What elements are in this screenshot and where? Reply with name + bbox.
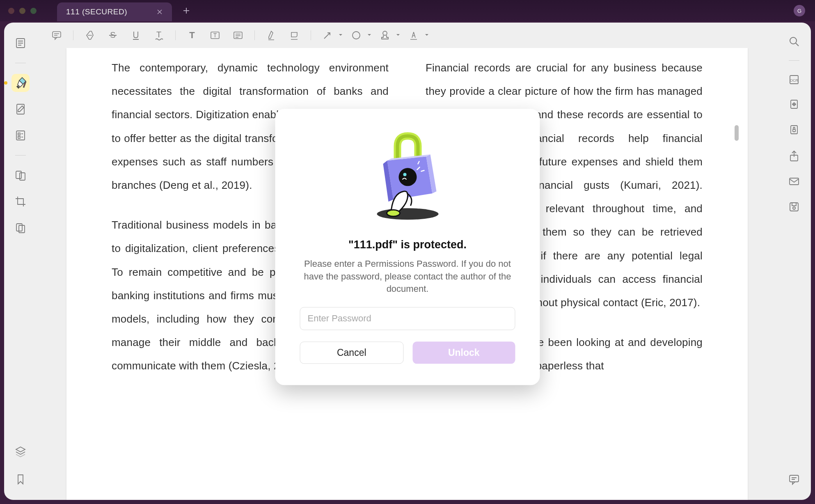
svg-rect-46 <box>793 129 795 132</box>
mail-button[interactable] <box>785 172 803 190</box>
separator <box>15 155 26 156</box>
svg-rect-16 <box>20 173 25 180</box>
align-tool[interactable] <box>228 27 248 44</box>
close-window-button[interactable] <box>8 8 14 14</box>
new-tab-button[interactable] <box>182 7 190 15</box>
marker-tool[interactable] <box>261 27 281 44</box>
svg-point-37 <box>353 32 360 39</box>
svg-rect-10 <box>16 131 25 140</box>
window-controls <box>8 8 37 14</box>
dialog-title: "111.pdf" is protected. <box>300 238 515 251</box>
annotation-toolbar: S T T T <box>37 23 777 48</box>
password-input[interactable] <box>300 307 515 330</box>
svg-rect-13 <box>18 136 20 138</box>
underline-tool[interactable] <box>126 27 146 44</box>
svg-point-61 <box>403 173 406 176</box>
svg-text:S: S <box>110 30 115 39</box>
cancel-button[interactable]: Cancel <box>300 341 404 364</box>
share-button[interactable] <box>785 147 803 165</box>
dialog-buttons: Cancel Unlock <box>300 341 515 364</box>
separator <box>73 30 73 40</box>
annotate-tool[interactable] <box>11 100 30 118</box>
crop-tool[interactable] <box>11 192 30 211</box>
squiggly-tool[interactable]: T <box>149 27 169 44</box>
layers-button[interactable] <box>11 442 30 460</box>
shape-tool[interactable] <box>346 27 366 44</box>
svg-line-36 <box>324 33 330 39</box>
text-tool[interactable]: T <box>182 27 202 44</box>
separator <box>175 30 176 40</box>
save-button[interactable] <box>785 198 803 216</box>
chevron-down-icon[interactable] <box>424 32 429 39</box>
user-avatar[interactable]: G <box>794 5 805 16</box>
eraser-tool[interactable] <box>80 27 100 44</box>
svg-text:OCR: OCR <box>790 78 799 82</box>
svg-rect-52 <box>790 475 799 482</box>
search-button[interactable] <box>785 32 803 50</box>
scrollbar-thumb[interactable] <box>735 125 739 141</box>
convert-button[interactable] <box>785 96 803 114</box>
view-tool[interactable] <box>11 34 30 52</box>
separator <box>15 63 26 63</box>
dialog-body: Please enter a Permissions Password. If … <box>300 258 515 296</box>
chevron-down-icon[interactable] <box>338 32 343 39</box>
tab-strip: 111 (SECURED) <box>57 0 190 21</box>
separator <box>254 30 255 40</box>
chat-button[interactable] <box>785 470 803 488</box>
svg-point-60 <box>398 168 417 186</box>
unlock-button[interactable]: Unlock <box>412 341 515 364</box>
secure-button[interactable] <box>785 121 803 140</box>
titlebar: 111 (SECURED) G <box>0 0 815 21</box>
form-tool[interactable] <box>11 126 30 144</box>
close-tab-icon[interactable] <box>156 9 163 15</box>
svg-rect-45 <box>791 126 797 134</box>
svg-point-38 <box>383 31 387 35</box>
document-tab[interactable]: 111 (SECURED) <box>57 2 172 21</box>
password-dialog: "111.pdf" is protected. Please enter a P… <box>275 109 540 385</box>
comment-tool[interactable] <box>47 27 66 44</box>
svg-point-62 <box>387 210 400 216</box>
svg-text:T: T <box>189 30 195 40</box>
svg-rect-15 <box>16 171 21 179</box>
svg-rect-18 <box>19 225 25 233</box>
arrow-tool[interactable] <box>318 27 337 44</box>
chevron-down-icon[interactable] <box>396 32 401 39</box>
bookmark-button[interactable] <box>11 470 30 488</box>
svg-point-40 <box>790 37 797 44</box>
svg-point-51 <box>793 207 795 209</box>
page-organize-tool[interactable] <box>11 219 30 237</box>
ocr-button[interactable]: OCR <box>785 71 803 89</box>
lock-illustration-icon <box>369 132 446 226</box>
svg-rect-19 <box>53 32 61 37</box>
svg-rect-11 <box>18 133 20 135</box>
separator <box>311 30 311 40</box>
maximize-window-button[interactable] <box>30 8 37 14</box>
tab-title: 111 (SECURED) <box>66 7 127 16</box>
text-box-tool[interactable]: T <box>205 27 225 44</box>
separator <box>789 60 799 61</box>
area-highlight-tool[interactable] <box>284 27 304 44</box>
svg-rect-17 <box>16 224 22 231</box>
signature-tool[interactable] <box>404 27 424 44</box>
svg-rect-48 <box>790 178 799 185</box>
svg-rect-50 <box>792 203 796 206</box>
strikethrough-tool[interactable]: S <box>103 27 123 44</box>
minimize-window-button[interactable] <box>19 8 25 14</box>
svg-text:T: T <box>213 32 217 39</box>
svg-point-55 <box>377 208 438 220</box>
right-sidebar: OCR <box>777 23 811 500</box>
left-sidebar <box>4 23 37 500</box>
highlighter-tool[interactable] <box>11 74 30 92</box>
compare-tool[interactable] <box>11 166 30 184</box>
svg-line-41 <box>796 43 799 46</box>
stamp-tool[interactable] <box>375 27 395 44</box>
chevron-down-icon[interactable] <box>367 32 372 39</box>
svg-rect-9 <box>17 104 24 114</box>
svg-text:T: T <box>156 30 161 39</box>
